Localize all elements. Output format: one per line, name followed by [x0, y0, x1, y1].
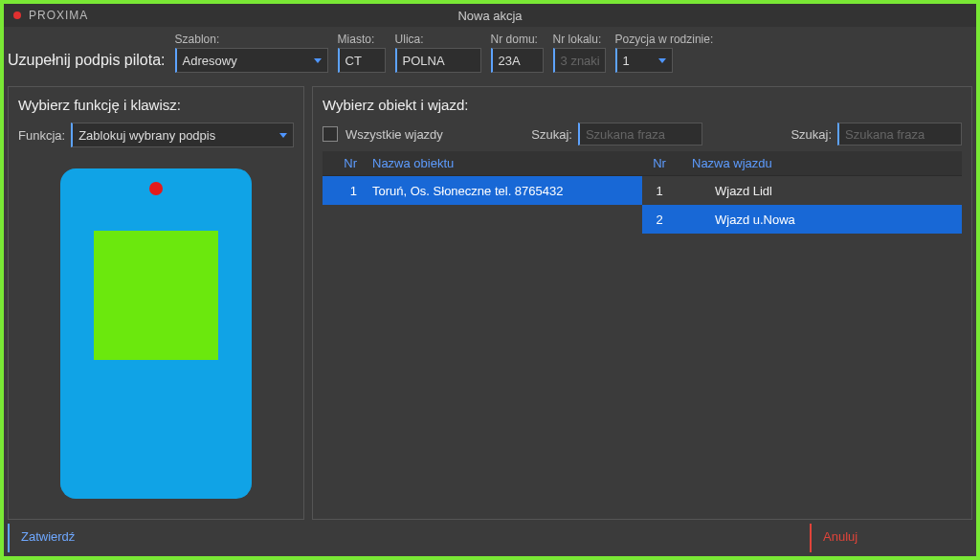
- col-object-name: Nazwa obiektu: [367, 156, 642, 170]
- chevron-down-icon: [658, 58, 666, 63]
- cell-name: Wjazd Lidl: [686, 184, 962, 198]
- window-title: Nowa akcja: [4, 9, 976, 23]
- miasto-input[interactable]: [338, 48, 386, 73]
- left-panel: Wybierz funkcję i klawisz: Funkcja: Zabl…: [8, 86, 304, 520]
- all-entries-checkbox[interactable]: [323, 126, 338, 142]
- cell-nr: 1: [323, 184, 367, 198]
- pozycja-value: 1: [623, 54, 630, 68]
- top-form-title: Uzupełnij podpis pilota:: [4, 52, 166, 73]
- search-input-objects[interactable]: [578, 123, 702, 146]
- cell-nr: 1: [642, 184, 686, 198]
- funkcja-label: Funkcja:: [18, 128, 65, 143]
- ulica-input[interactable]: [395, 48, 481, 73]
- all-entries-label: Wszystkie wjazdy: [345, 127, 443, 142]
- left-panel-title: Wybierz funkcję i klawisz:: [18, 97, 294, 113]
- remote-button-1[interactable]: [94, 231, 218, 360]
- nrdomu-label: Nr domu:: [491, 33, 544, 46]
- search-label-1: Szukaj:: [531, 127, 572, 142]
- remote-led-icon: [149, 182, 163, 195]
- chevron-down-icon: [279, 133, 287, 138]
- top-form: Uzupełnij podpis pilota: Szablon: Adreso…: [4, 27, 976, 82]
- table-row[interactable]: 1 Toruń, Os. Słoneczne tel. 8765432: [323, 176, 642, 205]
- szablon-select[interactable]: Adresowy: [175, 48, 328, 73]
- cell-name: Wjazd u.Nowa: [686, 213, 962, 227]
- cell-name: Toruń, Os. Słoneczne tel. 8765432: [367, 184, 642, 198]
- title-bar: PROXIMA Nowa akcja: [4, 4, 976, 27]
- right-panel-title: Wybierz obiekt i wjazd:: [323, 97, 962, 113]
- nrlokalu-input[interactable]: [553, 48, 606, 73]
- col-nr: Nr: [642, 156, 686, 170]
- entries-table: Nr Nazwa wjazdu 1 Wjazd Lidl 2 Wjazd u.N…: [642, 151, 962, 509]
- confirm-button[interactable]: Zatwierdź: [8, 524, 170, 552]
- nrlokalu-label: Nr lokalu:: [553, 33, 606, 46]
- search-label-2: Szukaj:: [791, 127, 832, 142]
- pozycja-select[interactable]: 1: [615, 48, 673, 73]
- footer: Zatwierdź Anuluj: [8, 524, 972, 552]
- objects-table: Nr Nazwa obiektu 1 Toruń, Os. Słoneczne …: [323, 151, 642, 509]
- ulica-label: Ulica:: [395, 33, 481, 46]
- remote-graphic: [60, 168, 252, 499]
- funkcja-select[interactable]: Zablokuj wybrany podpis: [71, 123, 294, 147]
- funkcja-value: Zablokuj wybrany podpis: [78, 128, 215, 143]
- szablon-value: Adresowy: [183, 54, 237, 68]
- cell-nr: 2: [642, 213, 686, 227]
- col-entry-name: Nazwa wjazdu: [686, 156, 962, 170]
- table-row[interactable]: 2 Wjazd u.Nowa: [642, 205, 962, 234]
- table-row[interactable]: 1 Wjazd Lidl: [642, 176, 962, 205]
- nrdomu-input[interactable]: [491, 48, 544, 73]
- chevron-down-icon: [314, 58, 322, 63]
- cancel-button[interactable]: Anuluj: [810, 524, 972, 552]
- col-nr: Nr: [323, 156, 367, 170]
- right-panel: Wybierz obiekt i wjazd: Wszystkie wjazdy…: [312, 86, 972, 520]
- search-input-entries[interactable]: [837, 123, 962, 146]
- pozycja-label: Pozycja w rodzinie:: [615, 33, 714, 46]
- szablon-label: Szablon:: [175, 33, 328, 46]
- miasto-label: Miasto:: [338, 33, 386, 46]
